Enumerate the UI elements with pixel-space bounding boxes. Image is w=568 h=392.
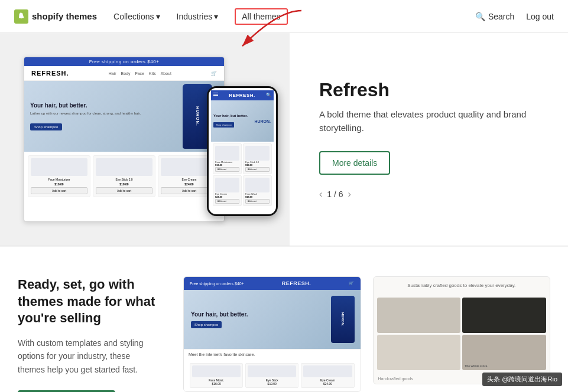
next-arrow[interactable]: › (348, 189, 351, 200)
prev-arrow[interactable]: ‹ (319, 189, 322, 200)
logout-button[interactable]: Log out (526, 12, 554, 21)
bottom-left: Ready, set, go with themes made for what… (18, 276, 183, 392)
theme-card-refresh: Free shipping on orders $40+ REFRESH. 🛒 … (183, 276, 361, 392)
search-icon: 🔍 (475, 12, 485, 21)
chevron-down-icon: ▾ (214, 12, 218, 21)
phone-mockup: REFRESH. 🔍 Your hair, but better. Shop s… (207, 86, 278, 216)
mock-nav: REFRESH. HairBodyFaceKitsAbout 🛒 (24, 66, 224, 81)
nav-right: 🔍 Search Log out (475, 12, 554, 21)
bottom-section: Ready, set, go with themes made for what… (0, 246, 568, 392)
shopify-logo-icon (14, 9, 28, 24)
hero-section: Free shipping on orders $40+ REFRESH. Ha… (0, 33, 568, 246)
logo-text: shopify themes (32, 11, 97, 21)
chevron-down-icon: ▾ (156, 12, 160, 21)
hero-pagination: ‹ 1 / 6 › (319, 189, 544, 200)
pagination-text: 1 / 6 (327, 190, 343, 199)
theme-card-craft-image: Sustainably crafted goods to elevate you… (373, 276, 551, 384)
section-desc: With custom templates and styling option… (18, 337, 160, 376)
hero-theme-desc: A bold theme that elevates product quali… (319, 108, 544, 135)
hero-theme-name: Refresh (319, 79, 544, 101)
search-button[interactable]: 🔍 Search (475, 12, 514, 21)
hero-info: Refresh A bold theme that elevates produ… (290, 33, 568, 246)
nav-collections[interactable]: Collections ▾ (113, 12, 160, 21)
desktop-mockup: Free shipping on orders $40+ REFRESH. Ha… (24, 57, 225, 222)
mock-products: Face Moisturizer $16.00 Add to cart Eye … (24, 152, 224, 201)
mock-hero-area: Your hair, but better. Lather up with ou… (24, 81, 224, 152)
nav-all-themes[interactable]: All themes (235, 8, 287, 25)
watermark: 头条 @跨境问道出海Rio (482, 373, 562, 386)
more-details-button[interactable]: More details (319, 151, 390, 175)
section-title: Ready, set, go with themes made for what… (18, 276, 160, 327)
nav-industries[interactable]: Industries ▾ (177, 12, 219, 21)
hero-preview: Free shipping on orders $40+ REFRESH. Ha… (0, 33, 290, 246)
mock-top-bar: Free shipping on orders $40+ (24, 57, 224, 66)
nav-left: shopify themes Collections ▾ Industries … (14, 8, 288, 25)
navbar: shopify themes Collections ▾ Industries … (0, 0, 568, 33)
theme-card-refresh-image: Free shipping on orders $40+ REFRESH. 🛒 … (183, 276, 361, 392)
logo[interactable]: shopify themes (14, 9, 97, 24)
